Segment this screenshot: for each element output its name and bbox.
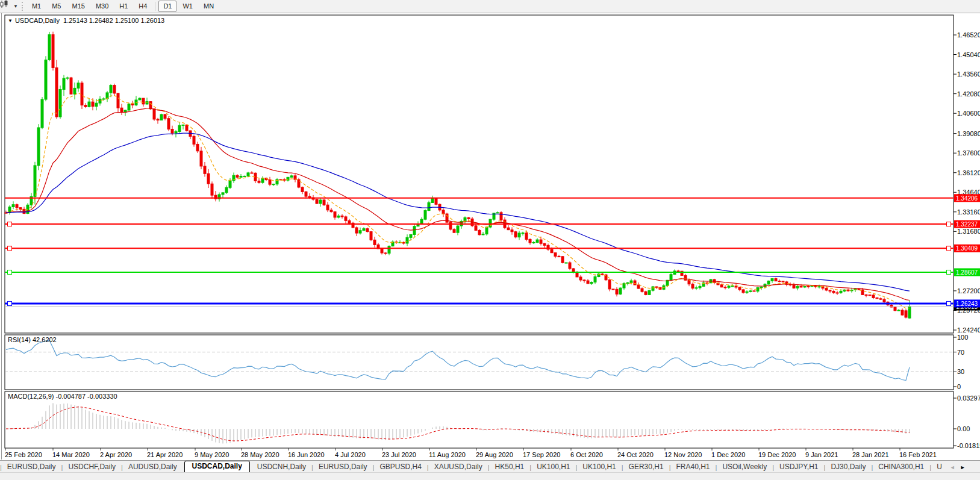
rsi-line[interactable] — [6, 340, 910, 380]
level-handle[interactable] — [947, 301, 951, 305]
svg-text:1.27200: 1.27200 — [957, 287, 980, 295]
svg-text:1.34206: 1.34206 — [956, 195, 978, 202]
svg-text:17 Sep 2020: 17 Sep 2020 — [523, 451, 560, 458]
tab-hk50-h1[interactable]: HK50,H1 — [490, 462, 530, 473]
svg-text:14 Mar 2020: 14 Mar 2020 — [52, 451, 90, 458]
timeframe-button-m30[interactable]: M30 — [91, 1, 113, 12]
macd-values: -0.004787 -0.003330 — [55, 393, 117, 400]
svg-text:29 Aug 2020: 29 Aug 2020 — [476, 451, 513, 458]
level-line-1.26243[interactable]: 1.26243 — [5, 299, 980, 307]
level-line-1.30409[interactable]: 1.30409 — [5, 245, 980, 252]
svg-text:12 Nov 2020: 12 Nov 2020 — [664, 451, 702, 458]
status-strip — [0, 472, 980, 480]
macd-histogram — [6, 403, 910, 443]
svg-text:1 Dec 2020: 1 Dec 2020 — [711, 451, 745, 458]
timeframe-button-w1[interactable]: W1 — [178, 1, 198, 12]
tab-usdchf-daily[interactable]: USDCHF,Daily — [63, 462, 121, 473]
tab-usoil-weekly[interactable]: USOil,Weekly — [717, 462, 772, 473]
rsi-pane-border — [5, 335, 953, 390]
tab-usdjpy-h1[interactable]: USDJPY,H1 — [774, 462, 823, 473]
timeframe-button-mn[interactable]: MN — [199, 1, 219, 12]
svg-text:1.45040: 1.45040 — [957, 51, 980, 58]
chart-tab-bar: |EURUSD,Daily|USDCHF,Daily|AUDUSD,Daily|… — [0, 460, 980, 473]
tab-usdcad-daily[interactable]: USDCAD,Daily — [184, 461, 250, 473]
timeframe-buttons: M1M5M15M30H1H4D1W1MN — [27, 1, 219, 12]
tab-usdcnh-daily[interactable]: USDCNH,Daily — [252, 462, 311, 473]
svg-text:21 Apr 2020: 21 Apr 2020 — [147, 451, 183, 458]
macd-signal-line[interactable] — [6, 407, 910, 441]
timeframe-button-m5[interactable]: M5 — [47, 1, 66, 12]
level-handle[interactable] — [947, 246, 951, 251]
svg-text:1.32237: 1.32237 — [956, 221, 978, 228]
ma-fast-line[interactable] — [6, 93, 910, 308]
timeframe-button-h1[interactable]: H1 — [114, 1, 133, 12]
level-line-1.34206[interactable]: 1.34206 — [5, 194, 980, 202]
candlestick-chart-icon[interactable] — [2, 2, 13, 11]
tab-gbpusd-h4[interactable]: GBPUSD,H4 — [374, 462, 426, 473]
svg-text:1.31680: 1.31680 — [957, 228, 980, 235]
ma-mid-line[interactable] — [6, 108, 910, 301]
chart-title: ▼USDCAD,Daily 1.25143 1.26482 1.25100 1.… — [8, 17, 164, 24]
svg-text:1.39080: 1.39080 — [957, 130, 980, 137]
tab-u[interactable]: U — [931, 462, 947, 473]
level-handle[interactable] — [8, 301, 12, 305]
tab-china300-h1[interactable]: CHINA300,H1 — [873, 462, 929, 473]
level-handle[interactable] — [8, 222, 12, 226]
rsi-value: 42.6202 — [33, 336, 57, 343]
mt4-window: { "toolbar": { "chart_type_icon": "candl… — [0, 0, 980, 480]
level-handle[interactable] — [947, 222, 951, 226]
svg-text:1.24240: 1.24240 — [957, 326, 980, 334]
svg-text:1.30409: 1.30409 — [956, 245, 978, 252]
svg-text:30: 30 — [957, 368, 964, 375]
tab-scroll-right-icon[interactable]: ► — [958, 464, 968, 473]
ma-slow-line[interactable] — [6, 133, 910, 291]
svg-text:25 Feb 2020: 25 Feb 2020 — [5, 451, 42, 458]
level-line-1.28607[interactable]: 1.28607 — [5, 268, 980, 276]
timeframe-button-d1[interactable]: D1 — [158, 1, 176, 12]
timeframe-button-m15[interactable]: M15 — [67, 1, 89, 12]
date-axis: 25 Feb 202014 Mar 20202 Apr 202021 Apr 2… — [5, 448, 937, 458]
tab-eurusd-daily[interactable]: EURUSD,Daily — [2, 462, 61, 473]
tab-dj30-daily[interactable]: DJ30,Daily — [825, 462, 871, 473]
candlesticks — [5, 32, 911, 319]
svg-text:16 Feb 2021: 16 Feb 2021 — [899, 451, 937, 458]
macd-pane-border — [5, 391, 953, 448]
timeframe-button-m1[interactable]: M1 — [27, 1, 46, 12]
svg-text:100: 100 — [957, 334, 968, 341]
tab-xauusd-daily[interactable]: XAUUSD,Daily — [429, 462, 488, 473]
toolbar-grip[interactable] — [22, 2, 23, 11]
svg-text:11 Aug 2020: 11 Aug 2020 — [429, 451, 466, 458]
svg-text:70: 70 — [957, 349, 964, 356]
caret-down-icon[interactable]: ▼ — [13, 4, 18, 9]
svg-text:23 Jul 2020: 23 Jul 2020 — [382, 451, 416, 458]
chart-plot-area[interactable]: 1.465201.450401.435601.420801.406001.390… — [0, 0, 980, 480]
tab-uk100-h1[interactable]: UK100,H1 — [531, 462, 575, 473]
svg-text:24 Oct 2020: 24 Oct 2020 — [617, 451, 654, 458]
svg-text:0: 0 — [957, 383, 961, 390]
svg-text:9 Jan 2021: 9 Jan 2021 — [805, 451, 838, 458]
tab-audusd-daily[interactable]: AUDUSD,Daily — [123, 462, 183, 473]
svg-text:1.33160: 1.33160 — [957, 208, 980, 216]
level-handle[interactable] — [947, 270, 951, 274]
svg-text:28 Jan 2021: 28 Jan 2021 — [852, 451, 889, 458]
level-handle[interactable] — [8, 270, 12, 274]
chart-symbol-period: USDCAD,Daily — [15, 17, 60, 24]
collapse-chart-icon[interactable]: ▼ — [8, 18, 13, 23]
svg-text:28 May 2020: 28 May 2020 — [241, 451, 279, 458]
svg-text:16 Jun 2020: 16 Jun 2020 — [288, 451, 325, 458]
tab-eurusd-daily[interactable]: EURUSD,Daily — [313, 462, 373, 473]
timeframe-button-h4[interactable]: H4 — [134, 1, 152, 12]
tab-fra40-h1[interactable]: FRA40,H1 — [670, 462, 715, 473]
svg-text:0.00: 0.00 — [957, 425, 970, 432]
tab-ger30-h1[interactable]: GER30,H1 — [623, 462, 669, 473]
svg-text:1.28607: 1.28607 — [956, 269, 978, 276]
tab-scroll-left-icon[interactable]: ◄ — [947, 464, 958, 473]
svg-text:2 Apr 2020: 2 Apr 2020 — [100, 451, 132, 458]
level-line-1.32237[interactable]: 1.32237 — [5, 220, 980, 228]
svg-text:6 Oct 2020: 6 Oct 2020 — [570, 451, 603, 458]
tab-uk100-h1[interactable]: UK100,H1 — [577, 462, 621, 473]
svg-text:1.26243: 1.26243 — [956, 301, 978, 307]
level-handle[interactable] — [8, 246, 12, 251]
svg-text:4 Jul 2020: 4 Jul 2020 — [335, 451, 366, 458]
svg-text:1.40600: 1.40600 — [957, 110, 980, 117]
